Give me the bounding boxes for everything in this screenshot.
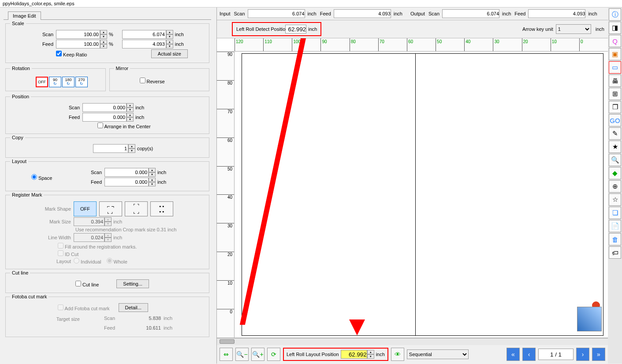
group-fotoba: Fotoba cut mark Add Fotoba cut mark Deta…: [5, 297, 209, 337]
ruler-horizontal: 1201101009080706050403020100: [235, 38, 608, 52]
rotation-270-button[interactable]: 270↻: [75, 77, 88, 87]
actual-size-button[interactable]: Actual size: [151, 49, 188, 58]
layout-mode-select[interactable]: Sequential: [407, 349, 469, 359]
left-roll-detect-box: Left Roll Detect Positio inch: [232, 22, 321, 36]
scale-scan-pct-spinner[interactable]: ▲▼: [100, 30, 107, 39]
layout-scan-input[interactable]: [104, 168, 149, 177]
fotoba-feed-val: [118, 323, 162, 332]
reverse-check[interactable]: Reverse: [140, 79, 165, 84]
scale-scan-pct-input[interactable]: [56, 30, 100, 39]
left-roll-layout-input[interactable]: [341, 350, 367, 359]
group-scale-title: Scale: [10, 21, 26, 26]
canvas-area[interactable]: 1201101009080706050403020100 01020304050…: [217, 38, 608, 338]
center-panel: Input Scan inch Feed inch Output Scan in…: [217, 7, 608, 364]
rotation-90-button[interactable]: 90↻: [49, 77, 61, 87]
zoom-in-button[interactable]: 🔍+: [251, 348, 264, 361]
input-feed-field[interactable]: [334, 9, 391, 18]
ruler-v-tick: 60: [217, 137, 234, 166]
scale-scan-val-spinner[interactable]: ▲▼: [166, 30, 173, 39]
arrow-key-unit-select[interactable]: 1: [556, 24, 591, 34]
group-position: Position Scan ▲▼ inch Feed ▲▼ inch Arran…: [5, 97, 209, 134]
position-scan-input[interactable]: [82, 103, 127, 112]
info-icon[interactable]: ⓘ: [609, 8, 621, 21]
group-layout: Layout Space Scan ▲▼ inch Feed ▲▼ inch: [5, 161, 209, 191]
copy-input[interactable]: [93, 144, 128, 153]
top-bar: Input Scan inch Feed inch Output Scan in…: [217, 7, 608, 20]
printer-icon[interactable]: 🖶: [609, 74, 621, 87]
crop-icon[interactable]: ▣: [609, 48, 621, 60]
ruler-v-tick: 90: [217, 52, 234, 80]
arrange-center-check[interactable]: Arrange in the Center: [97, 123, 151, 129]
go-icon[interactable]: GO: [609, 114, 621, 126]
copies-icon[interactable]: ❐: [609, 101, 621, 113]
ruler-v-tick: 0: [217, 309, 234, 338]
fotoba-scan-val: [118, 314, 162, 323]
left-roll-detect-input[interactable]: [285, 25, 306, 33]
refresh-button[interactable]: ⟳: [267, 348, 280, 361]
bookmark-icon[interactable]: ★: [609, 141, 621, 153]
next-page-button[interactable]: ›: [576, 348, 589, 361]
ruler-h-tick: 20: [522, 38, 551, 51]
left-roll-layout-box: Left Roll Layout Position ▲▼ inch: [283, 348, 388, 361]
tab-image-edit[interactable]: Image Edit: [8, 11, 41, 20]
layers-icon[interactable]: ◆: [609, 167, 621, 179]
mark-shape-off-button[interactable]: OFF: [74, 201, 97, 216]
input-label: Input: [220, 11, 230, 16]
copy-icon[interactable]: 📄: [609, 220, 621, 232]
ruler-h-tick: 70: [378, 38, 407, 51]
mark-size-input: [74, 217, 104, 226]
note-icon[interactable]: ✎: [609, 127, 621, 140]
image-thumbnail[interactable]: [577, 307, 602, 331]
fit-button[interactable]: ⇔: [220, 348, 233, 361]
mark-shape-2-button[interactable]: ⌜ ⌝⌞ ⌟: [125, 201, 148, 216]
output-feed-field[interactable]: [528, 9, 585, 18]
keep-ratio-check[interactable]: Keep Ratio: [56, 51, 87, 57]
cut-line-setting-button[interactable]: Setting...: [116, 279, 149, 288]
arrow-key-unit-label: Arrow key unit: [522, 26, 553, 32]
mark-shape-1-button[interactable]: ⌐ ¬⌞ ⌟: [99, 201, 122, 216]
fotoba-detail-button[interactable]: Detail...: [119, 303, 148, 312]
ruler-v-tick: 40: [217, 194, 234, 223]
ruler-v-tick: 80: [217, 80, 234, 109]
origin-icon[interactable]: ◨: [609, 22, 621, 34]
quality-icon[interactable]: Q: [609, 35, 621, 47]
horizontal-scrollbar[interactable]: [217, 338, 608, 345]
pager-input[interactable]: [538, 349, 574, 360]
duplicate-icon[interactable]: ❏: [609, 207, 621, 219]
cut-line-check[interactable]: Cut line: [75, 281, 99, 287]
eye-button[interactable]: 👁: [391, 348, 404, 361]
scale-feed-val-input[interactable]: [122, 40, 166, 48]
scale-scan-val-input[interactable]: [122, 30, 166, 39]
output-scan-field[interactable]: [442, 9, 499, 18]
zoom-out-button[interactable]: 🔍−: [235, 348, 249, 361]
star-icon[interactable]: ☆: [609, 193, 621, 206]
tiling-icon[interactable]: ⊞: [609, 88, 621, 100]
scale-feed-pct-spinner[interactable]: ▲▼: [100, 40, 107, 48]
mark-shape-3-button[interactable]: ▪ ▪▪ ▪: [150, 201, 173, 216]
scale-scan-label: Scan: [9, 32, 53, 37]
label-icon[interactable]: 🏷: [609, 246, 621, 259]
search-icon[interactable]: 🔍: [609, 154, 621, 166]
space-radio[interactable]: Space: [31, 175, 52, 181]
ruler-h-tick: 100: [292, 38, 320, 51]
position-feed-input[interactable]: [82, 113, 127, 122]
first-page-button[interactable]: «: [507, 348, 520, 361]
layout-feed-input[interactable]: [104, 178, 149, 186]
left-panel: Image Edit Scale Scan ▲▼ % ▲▼ inch Feed …: [0, 7, 217, 364]
target-icon[interactable]: ⊕: [609, 180, 621, 193]
trash-icon[interactable]: 🗑: [609, 233, 621, 245]
rotation-off-button[interactable]: OFF: [36, 77, 48, 87]
last-page-button[interactable]: »: [592, 348, 605, 361]
rotation-180-button[interactable]: 180↻: [62, 77, 74, 87]
ruler-h-tick: 110: [263, 38, 292, 51]
group-register-mark: Register Mark Mark Shape OFF ⌐ ¬⌞ ⌟ ⌜ ⌝⌞…: [5, 195, 209, 269]
fotoba-check: Add Fotoba cut mark: [58, 305, 110, 311]
scale-feed-pct-input[interactable]: [56, 40, 100, 48]
page-icon[interactable]: ▭: [609, 61, 621, 74]
group-cut-line: Cut line Cut line Setting...: [5, 273, 209, 293]
ruler-v-tick: 20: [217, 252, 234, 280]
prev-page-button[interactable]: ‹: [522, 348, 536, 361]
scale-feed-val-spinner[interactable]: ▲▼: [166, 40, 173, 48]
input-scan-field[interactable]: [248, 9, 305, 18]
group-rotation: Rotation OFF 90↻ 180↻ 270↻: [5, 68, 106, 91]
